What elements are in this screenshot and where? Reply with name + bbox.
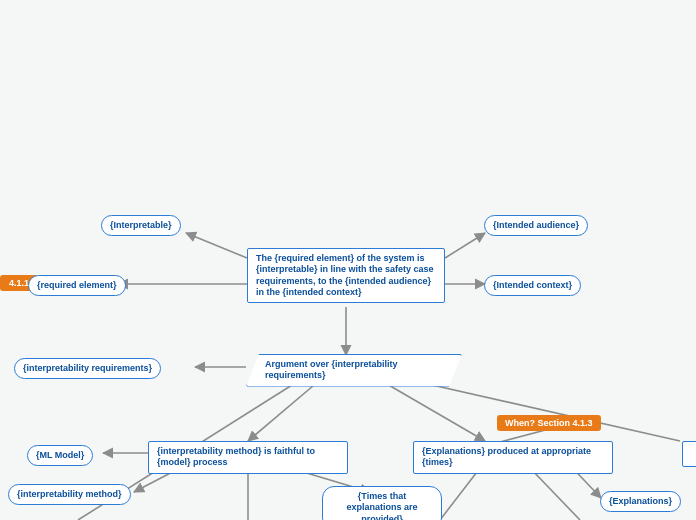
node-ml-model[interactable]: {ML Model} — [27, 445, 93, 466]
node-explanations[interactable]: {Explanations} — [600, 491, 681, 512]
svg-line-7 — [248, 380, 320, 441]
node-appropriate-times[interactable]: {Explanations} produced at appropriate {… — [413, 441, 613, 474]
svg-line-9 — [410, 380, 680, 441]
node-cut-right[interactable] — [682, 441, 696, 467]
node-intended-context[interactable]: {Intended context} — [484, 275, 581, 296]
svg-line-15 — [440, 468, 480, 520]
node-intended-audience[interactable]: {Intended audience} — [484, 215, 588, 236]
node-argument[interactable]: Argument over {interpretability requirem… — [246, 354, 462, 387]
section-tag-right: When? Section 4.1.3 — [497, 415, 601, 431]
node-top-claim[interactable]: The {required element} of the system is … — [247, 248, 445, 303]
svg-line-8 — [380, 380, 485, 441]
node-interp-requirements[interactable]: {interpretability requirements} — [14, 358, 161, 379]
node-interp-method[interactable]: {interpretability method} — [8, 484, 131, 505]
node-times-provided[interactable]: {Times that explanations are provided} — [322, 486, 442, 520]
node-faithful[interactable]: {interpretability method} is faithful to… — [148, 441, 348, 474]
svg-line-16 — [530, 468, 580, 520]
svg-line-2 — [445, 233, 485, 258]
svg-line-0 — [186, 233, 247, 258]
node-required-element[interactable]: {required element} — [28, 275, 126, 296]
node-interpretable[interactable]: {Interpretable} — [101, 215, 181, 236]
